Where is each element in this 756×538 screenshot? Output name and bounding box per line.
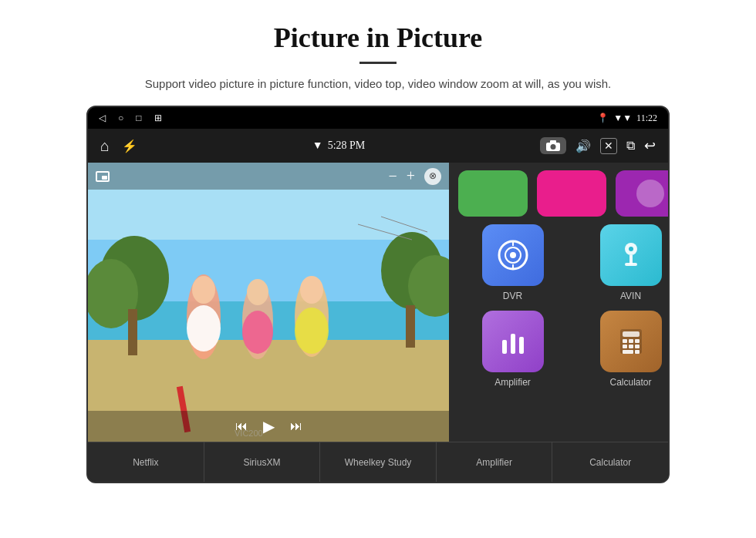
app-item-dvr[interactable]: DVR bbox=[458, 224, 567, 301]
toolbar-clock: 5:28 PM bbox=[328, 140, 366, 152]
svg-rect-35 bbox=[502, 340, 507, 354]
svg-point-19 bbox=[187, 305, 221, 351]
svg-rect-2 bbox=[550, 140, 556, 143]
svg-rect-9 bbox=[128, 309, 137, 355]
pip-video-section[interactable]: VIC200 − + ⊗ ⏮ ▶ bbox=[88, 163, 449, 442]
svg-rect-36 bbox=[511, 334, 515, 354]
video-next-button[interactable]: ⏭ bbox=[290, 419, 302, 433]
video-prev-button[interactable]: ⏮ bbox=[235, 419, 248, 433]
home-nav-icon[interactable]: ○ bbox=[118, 113, 123, 124]
signal-icon: ▼▼ bbox=[613, 113, 632, 124]
svg-point-1 bbox=[551, 144, 556, 150]
svg-rect-41 bbox=[629, 339, 633, 343]
screenshot-icon[interactable]: ⊞ bbox=[154, 113, 162, 124]
bottom-label-amplifier[interactable]: Amplifier bbox=[437, 442, 553, 482]
main-content: VIC200 − + ⊗ ⏮ ▶ bbox=[88, 163, 668, 442]
svg-point-20 bbox=[242, 311, 273, 354]
pip-size-controls[interactable]: − + ⊗ bbox=[388, 167, 441, 185]
calculator-icon-box[interactable] bbox=[600, 311, 662, 372]
title-divider bbox=[359, 62, 397, 64]
location-icon: 📍 bbox=[597, 113, 609, 124]
app-grid-section: DVR AVIN bbox=[449, 163, 670, 442]
pip-resize-icon[interactable] bbox=[96, 171, 110, 182]
svg-point-28 bbox=[510, 252, 516, 258]
home-icon[interactable]: ⌂ bbox=[100, 137, 110, 155]
dvr-icon-box[interactable] bbox=[482, 224, 544, 286]
amplifier-label: Amplifier bbox=[494, 377, 531, 388]
app-top-row bbox=[458, 170, 670, 217]
beach-scene-svg: VIC200 bbox=[88, 163, 449, 442]
svg-rect-44 bbox=[629, 345, 633, 348]
purple-circle bbox=[636, 180, 664, 207]
bottom-label-wheelkey[interactable]: Wheelkey Study bbox=[320, 442, 437, 482]
app-item-calculator[interactable]: Calculator bbox=[576, 311, 670, 388]
svg-rect-37 bbox=[519, 337, 524, 354]
recents-nav-icon[interactable]: □ bbox=[136, 113, 141, 124]
app-icon-wheelkey-partial[interactable] bbox=[616, 170, 670, 217]
svg-point-21 bbox=[295, 308, 329, 354]
calculator-label: Calculator bbox=[609, 377, 651, 388]
toolbar-right: 🔊 ✕ ⧉ ↩ bbox=[540, 137, 656, 154]
video-playback-controls[interactable]: ⏮ ▶ ⏭ bbox=[88, 411, 449, 442]
svg-rect-47 bbox=[635, 350, 640, 354]
bottom-label-row: Netflix SiriusXM Wheelkey Study Amplifie… bbox=[88, 442, 668, 482]
amplifier-icon bbox=[496, 324, 530, 358]
status-time: 11:22 bbox=[636, 113, 657, 124]
pip-minus-button[interactable]: − bbox=[388, 167, 397, 185]
pip-close-button[interactable]: ⊗ bbox=[424, 168, 441, 185]
pip-window-icon[interactable]: ⧉ bbox=[626, 139, 635, 153]
page-subtitle: Support video picture in picture functio… bbox=[46, 75, 710, 93]
bottom-label-netflix[interactable]: Netflix bbox=[88, 442, 204, 482]
volume-icon[interactable]: 🔊 bbox=[575, 139, 591, 153]
calculator-icon bbox=[614, 324, 648, 358]
status-bar-right: 📍 ▼▼ 11:22 bbox=[597, 113, 657, 124]
dvr-icon bbox=[496, 238, 530, 272]
svg-point-34 bbox=[629, 247, 633, 251]
amplifier-icon-box[interactable] bbox=[482, 311, 544, 372]
close-icon[interactable]: ✕ bbox=[600, 138, 617, 154]
app-item-amplifier[interactable]: Amplifier bbox=[458, 311, 567, 388]
video-play-button[interactable]: ▶ bbox=[263, 417, 275, 435]
app-toolbar: ⌂ ⚡ ▼ 5:28 PM 🔊 ✕ ⧉ ↩ bbox=[88, 129, 668, 163]
svg-rect-45 bbox=[635, 345, 640, 348]
usb-icon[interactable]: ⚡ bbox=[122, 139, 137, 153]
back-nav-icon[interactable]: ◁ bbox=[99, 113, 106, 124]
page-title: Picture in Picture bbox=[46, 22, 710, 54]
camera-button[interactable] bbox=[540, 137, 566, 154]
svg-rect-46 bbox=[623, 350, 633, 354]
app-icon-sirius-partial[interactable] bbox=[537, 170, 606, 217]
avin-label: AVIN bbox=[620, 291, 641, 301]
svg-rect-43 bbox=[623, 345, 627, 348]
dvr-label: DVR bbox=[503, 291, 522, 301]
svg-rect-42 bbox=[635, 339, 640, 343]
toolbar-time-section: ▼ 5:28 PM bbox=[312, 140, 365, 152]
svg-rect-40 bbox=[623, 339, 627, 343]
status-bar-left: ◁ ○ □ ⊞ bbox=[99, 113, 162, 124]
app-icon-grid: DVR AVIN bbox=[458, 224, 670, 388]
pip-plus-button[interactable]: + bbox=[407, 167, 415, 185]
svg-rect-33 bbox=[625, 263, 637, 266]
svg-point-18 bbox=[300, 276, 323, 304]
avin-icon-box[interactable] bbox=[600, 224, 662, 286]
page-header: Picture in Picture Support video picture… bbox=[0, 0, 756, 106]
svg-rect-39 bbox=[623, 331, 640, 337]
bottom-label-sirius[interactable]: SiriusXM bbox=[204, 442, 321, 482]
app-item-avin[interactable]: AVIN bbox=[576, 224, 670, 301]
bottom-label-calculator[interactable]: Calculator bbox=[552, 442, 668, 482]
svg-point-16 bbox=[247, 279, 268, 305]
toolbar-left: ⌂ ⚡ bbox=[100, 137, 137, 155]
svg-point-14 bbox=[192, 276, 215, 304]
wifi-icon: ▼ bbox=[312, 140, 323, 152]
app-icon-netflix-partial[interactable] bbox=[458, 170, 528, 217]
avin-icon bbox=[614, 238, 648, 272]
device-frame: ◁ ○ □ ⊞ 📍 ▼▼ 11:22 ⌂ ⚡ ▼ 5:28 PM bbox=[86, 106, 670, 483]
video-top-controls[interactable]: − + ⊗ bbox=[88, 163, 449, 190]
back-icon[interactable]: ↩ bbox=[644, 137, 656, 154]
svg-rect-12 bbox=[406, 305, 415, 348]
status-bar: ◁ ○ □ ⊞ 📍 ▼▼ 11:22 bbox=[88, 107, 668, 129]
pip-overlay: VIC200 − + ⊗ ⏮ ▶ bbox=[88, 163, 449, 442]
